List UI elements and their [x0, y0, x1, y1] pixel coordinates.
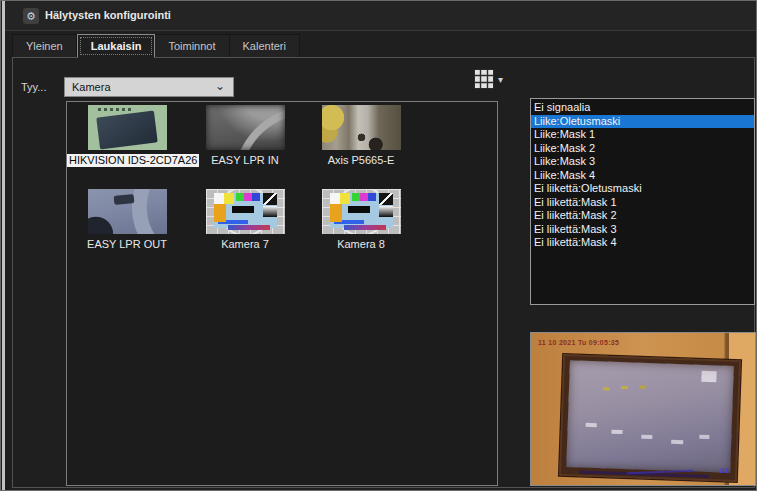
trigger-item[interactable]: Ei liikettä:Oletusmaski: [531, 182, 754, 196]
camera-thumbnail-panel: HIKVISION IDS-2CD7A26 EASY LPR IN Axis P…: [66, 101, 498, 486]
type-filter-label: Tyy...: [21, 81, 46, 93]
camera-thumbnail-image: [206, 105, 285, 150]
camera-name-label: HIKVISION IDS-2CD7A26: [67, 154, 199, 167]
caret-down-icon: ▾: [498, 74, 503, 85]
gear-icon: ⚙: [23, 8, 39, 24]
camera-thumbnail-image: [322, 189, 401, 234]
preview-monitor-screen-art: [566, 360, 734, 473]
trigger-item[interactable]: Liike:Mask 3: [531, 155, 754, 169]
camera-tile-easy-lpr-in[interactable]: EASY LPR IN: [185, 105, 305, 169]
camera-type-dropdown[interactable]: Kamera ⌄: [64, 77, 234, 97]
preview-overlay-text: 01: [720, 466, 729, 475]
camera-name-label: Kamera 7: [219, 238, 271, 251]
trigger-item[interactable]: Ei liikettä:Mask 1: [531, 196, 754, 210]
tab-laukaisin[interactable]: Laukaisin: [77, 34, 156, 58]
camera-name-label: EASY LPR OUT: [85, 238, 169, 251]
trigger-list: Ei signaalia Liike:Oletusmaski Liike:Mas…: [530, 98, 755, 305]
camera-name-label: Kamera 8: [335, 238, 387, 251]
camera-tile-hikvision[interactable]: HIKVISION IDS-2CD7A26: [67, 105, 187, 169]
trigger-item[interactable]: Ei liikettä:Mask 3: [531, 223, 754, 237]
tab-yleinen[interactable]: Yleinen: [12, 34, 77, 58]
alarm-configuration-window: ⚙ Hälytysten konfigurointi Yleinen Lauka…: [0, 0, 757, 491]
trigger-item[interactable]: Ei liikettä:Mask 4: [531, 236, 754, 250]
trigger-item[interactable]: Ei signaalia: [531, 101, 754, 115]
grid-icon: [474, 69, 494, 89]
tab-bar: Yleinen Laukaisin Toiminnot Kalenteri: [12, 34, 300, 58]
camera-tile-easy-lpr-out[interactable]: EASY LPR OUT: [67, 189, 187, 253]
trigger-item[interactable]: Ei liikettä:Mask 2: [531, 209, 754, 223]
camera-name-label: Axis P5665-E: [326, 154, 397, 167]
camera-thumbnail-image: [206, 189, 285, 234]
camera-tile-kamera-7[interactable]: Kamera 7: [185, 189, 305, 253]
tab-kalenteri[interactable]: Kalenteri: [230, 34, 300, 58]
camera-thumbnail-image: [88, 189, 167, 234]
camera-name-label: EASY LPR IN: [209, 154, 281, 167]
title-bar: ⚙ Hälytysten konfigurointi: [5, 1, 756, 31]
camera-tile-kamera-8[interactable]: Kamera 8: [301, 189, 421, 253]
window-left-edge: [2, 1, 5, 490]
camera-tile-axis[interactable]: Axis P5665-E: [301, 105, 421, 169]
camera-preview-image: 11 10 2021 Tu 09:05:35 01: [530, 332, 756, 486]
grid-view-button[interactable]: ▾: [474, 67, 520, 91]
camera-thumbnail-image: [88, 105, 167, 150]
dropdown-value: Kamera: [72, 81, 111, 93]
chevron-down-icon: ⌄: [215, 78, 225, 94]
trigger-item[interactable]: Liike:Mask 4: [531, 169, 754, 183]
camera-thumbnail-image: [322, 105, 401, 150]
preview-timestamp: 11 10 2021 Tu 09:05:35: [538, 339, 619, 346]
trigger-item[interactable]: Liike:Mask 1: [531, 128, 754, 142]
trigger-item[interactable]: Liike:Oletusmaski: [531, 115, 754, 129]
preview-monitor-art: [559, 354, 741, 482]
window-title: Hälytysten konfigurointi: [45, 9, 171, 21]
tab-toiminnot[interactable]: Toiminnot: [155, 34, 229, 58]
trigger-item[interactable]: Liike:Mask 2: [531, 142, 754, 156]
